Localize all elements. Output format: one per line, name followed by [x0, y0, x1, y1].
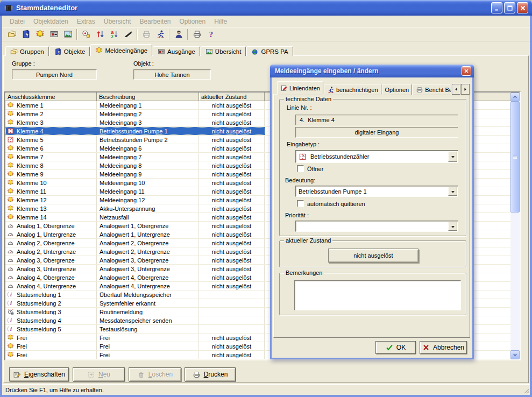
menu-objektdaten[interactable]: Objektdaten — [29, 17, 73, 26]
quittieren-checkbox[interactable]: automatisch quittieren — [297, 200, 365, 207]
toolbar-person-button[interactable] — [172, 28, 186, 41]
aktueller-zustand-legend: aktueller Zustand — [284, 237, 332, 244]
terminal-cell: Analog 4, Untergrenze — [5, 282, 97, 290]
dropdown-button[interactable] — [448, 151, 457, 162]
zustand-button[interactable]: nicht ausgelöst — [328, 249, 418, 263]
state-cell: nicht ausgelöst — [199, 153, 265, 161]
tab-scroll-right-button[interactable] — [461, 84, 470, 95]
oeffner-checkbox[interactable]: Öffner — [297, 165, 323, 172]
ok-button[interactable]: OK — [375, 341, 416, 354]
table-scrollbar[interactable] — [510, 93, 520, 359]
dialog-titlebar: Meldeeingänge eingeben / ändern — [270, 65, 474, 77]
description-cell: Routinemeldung — [97, 308, 199, 316]
toolbar-help-button[interactable]: ? — [204, 28, 218, 41]
toolbar-sort-button[interactable] — [93, 28, 107, 41]
dialog-close-button[interactable] — [462, 66, 471, 76]
person-icon — [174, 30, 183, 39]
tab-gprs-pa[interactable]: GPRS PA — [246, 46, 293, 56]
maximize-button[interactable] — [504, 2, 515, 13]
toolbar-picture-button[interactable] — [61, 28, 75, 41]
terminal-cell: iStatusmeldung 5 — [5, 325, 97, 333]
tab-uebersicht[interactable]: Übersicht — [201, 46, 246, 56]
window-close-icon — [519, 4, 527, 12]
column-header-beschreibung[interactable]: Beschreibung — [97, 93, 199, 101]
toolbar-printer-button[interactable] — [190, 28, 204, 41]
prioritaet-label: Priorität : — [285, 212, 309, 218]
menu-optionen[interactable]: Optionen — [175, 17, 210, 26]
dialog-tab-bericht-be[interactable]: Bericht Be — [413, 84, 451, 95]
dropdown-button[interactable] — [448, 187, 457, 196]
svg-text:i: i — [10, 292, 12, 297]
dialog-body: LiniendatenbenachrichtigenOptionenBerich… — [272, 77, 472, 358]
bell-icon — [7, 179, 14, 186]
runner-icon — [156, 30, 165, 39]
tab-meldeeingaenge[interactable]: Meldeeingänge — [90, 44, 152, 56]
eigenschaften-button[interactable]: Eigenschaften — [9, 367, 69, 381]
checkbox-icon — [297, 200, 304, 207]
menu-bearbeiten[interactable]: Bearbeiten — [135, 17, 175, 26]
terminal-cell: Klemme 8 — [5, 161, 97, 169]
neu-button[interactable]: Neu — [73, 367, 125, 381]
state-cell: nicht ausgelöst — [199, 230, 265, 238]
bell-icon — [7, 343, 14, 350]
toolbar-folder-button[interactable] — [5, 28, 19, 41]
terminal-cell: iStatusmeldung 4 — [5, 316, 97, 324]
description-cell: Frei — [97, 334, 199, 342]
menu-uebersicht[interactable]: Übersicht — [100, 17, 136, 26]
prioritaet-select[interactable] — [295, 221, 458, 232]
eingabetyp-select[interactable]: Betriebsstundenzähler — [295, 150, 458, 163]
toolbar-runner-button[interactable] — [153, 28, 167, 41]
toolbar-output-button[interactable] — [47, 28, 61, 41]
resize-grip-icon[interactable] — [522, 387, 529, 394]
dropdown-button[interactable] — [448, 222, 457, 231]
description-cell: Messdatenspeicher senden — [97, 316, 199, 324]
tab-scroll-left-button[interactable] — [452, 84, 460, 95]
tab-gruppen[interactable]: Gruppen — [5, 46, 49, 56]
scroll-thumb[interactable] — [510, 102, 520, 212]
cancel-button[interactable]: Abbrechen — [420, 341, 467, 354]
info-icon: i — [7, 325, 14, 332]
column-header-anschlussklemme[interactable]: Anschlussklemme — [5, 93, 97, 101]
eingang-typ-value: digitaler Eingang — [295, 127, 458, 138]
toolbar-bell-button[interactable] — [33, 28, 47, 41]
counter-icon — [7, 136, 14, 143]
state-cell: nicht ausgelöst — [199, 334, 265, 342]
window-minimize-icon — [493, 4, 501, 12]
dialog-tab-liniendaten[interactable]: Liniendaten — [277, 81, 323, 95]
scroll-down-icon — [512, 351, 519, 358]
bedeutung-select[interactable]: Betriebsstunden Pumpe 1 — [295, 186, 458, 197]
close-button[interactable] — [517, 2, 528, 13]
tab-ausgaenge[interactable]: Ausgänge — [153, 46, 200, 56]
scroll-down-button[interactable] — [510, 350, 520, 359]
dialog-tab-optionen[interactable]: Optionen — [382, 84, 413, 95]
minimize-button[interactable] — [491, 2, 502, 13]
description-cell: Betriebsstunden Pumpe 2 — [97, 136, 199, 144]
description-cell: Meldeeingang 2 — [97, 110, 199, 118]
toolbar-book-button[interactable] — [19, 28, 33, 41]
description-cell: Meldeeingang 12 — [97, 196, 199, 204]
info-icon: i — [7, 300, 14, 307]
menu-extras[interactable]: Extras — [73, 17, 100, 26]
toolbar-wand-button[interactable] — [121, 28, 135, 41]
toolbar-shapes-button[interactable] — [79, 28, 93, 41]
drucken-button[interactable]: Drucken — [185, 367, 236, 381]
column-header-aktueller-zustand[interactable]: aktueller Zustand — [199, 93, 265, 101]
picture-icon — [205, 48, 213, 55]
loeschen-button[interactable]: Löschen — [129, 367, 181, 381]
menu-hilfe[interactable]: Hilfe — [210, 17, 231, 26]
dialog-tab-benachrichtigen[interactable]: benachrichtigen — [324, 84, 381, 95]
scroll-up-button[interactable] — [510, 93, 520, 102]
bemerkungen-textarea[interactable] — [294, 280, 461, 310]
bell-icon — [7, 334, 14, 341]
toolbar-print-preview-button[interactable] — [139, 28, 153, 41]
toolbar-az-button[interactable]: az — [107, 28, 121, 41]
terminal-cell: Frei — [5, 342, 97, 350]
state-cell — [199, 308, 265, 316]
edit-icon — [280, 84, 288, 92]
tab-objekte[interactable]: Objekte — [49, 46, 90, 56]
state-cell: nicht ausgelöst — [199, 265, 265, 273]
state-cell: nicht ausgelöst — [199, 196, 265, 204]
info-icon: i — [7, 317, 14, 324]
menu-datei[interactable]: Datei — [5, 17, 29, 26]
state-cell — [199, 316, 265, 324]
